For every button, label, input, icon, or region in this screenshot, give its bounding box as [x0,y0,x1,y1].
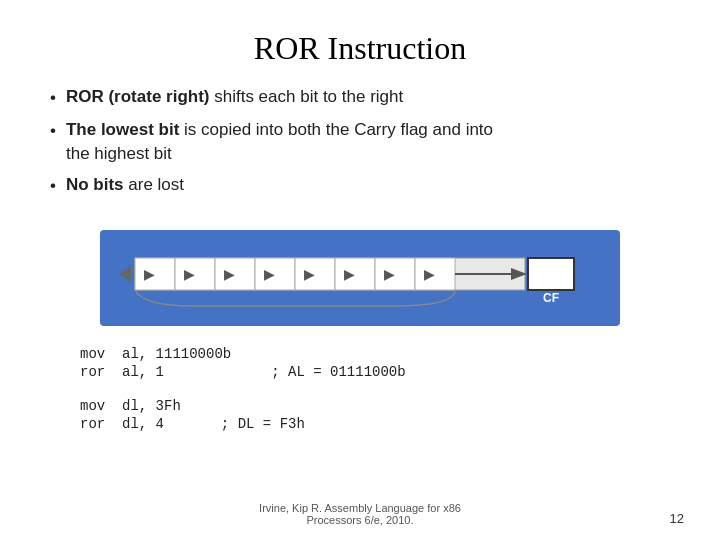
code-comment-1b: ; AL = 01111000b [271,364,405,380]
code-comment-1: ; AL = 01111000b [271,346,405,380]
svg-text:▶: ▶ [424,266,435,282]
bullet-text-1: ROR (rotate right) shifts each bit to th… [66,85,670,109]
svg-text:▶: ▶ [144,266,155,282]
page-number: 12 [670,511,684,526]
ror-diagram-svg: ▶ ▶ ▶ ▶ ▶ ▶ ▶ ▶ CF [113,244,603,314]
svg-text:▶: ▶ [384,266,395,282]
footer-citation: Irvine, Kip R. Assembly Language for x86… [259,502,461,526]
svg-rect-7 [335,258,375,290]
code-section: mov al, 11110000b ror al, 1 ; AL = 01111… [80,346,670,380]
code-block-2: mov dl, 3Fh ror dl, 4 [80,398,181,432]
bullet-list: • ROR (rotate right) shifts each bit to … [50,85,670,206]
bullet-item-1: • ROR (rotate right) shifts each bit to … [50,85,670,110]
page-title: ROR Instruction [50,30,670,67]
svg-rect-6 [295,258,335,290]
footer: Irvine, Kip R. Assembly Language for x86… [0,502,720,526]
code-section-2: mov dl, 3Fh ror dl, 4 ; DL = F3h [80,398,670,432]
ror-diagram: ▶ ▶ ▶ ▶ ▶ ▶ ▶ ▶ CF [100,230,620,326]
code-line-2b: ror dl, 4 [80,416,181,432]
bullet-item-3: • No bits are lost [50,173,670,198]
code-comment-1a [271,346,405,362]
bullet-item-2: • The lowest bit is copied into both the… [50,118,670,166]
svg-text:▶: ▶ [224,266,235,282]
svg-rect-4 [215,258,255,290]
code-line-1a: mov al, 11110000b [80,346,231,362]
svg-text:▶: ▶ [304,266,315,282]
bullet-text-2: The lowest bit is copied into both the C… [66,118,670,166]
bullet-dot-2: • [50,119,56,143]
bullet-dot-3: • [50,174,56,198]
code-comment-2: ; DL = F3h [221,398,305,432]
bullet-dot-1: • [50,86,56,110]
svg-text:▶: ▶ [344,266,355,282]
svg-rect-3 [175,258,215,290]
code-comment-2a [221,398,305,414]
code-line-2a: mov dl, 3Fh [80,398,181,414]
svg-rect-9 [415,258,455,290]
svg-rect-5 [255,258,295,290]
svg-text:▶: ▶ [184,266,195,282]
code-block-1: mov al, 11110000b ror al, 1 [80,346,231,380]
bullet-text-3: No bits are lost [66,173,670,197]
svg-rect-8 [375,258,415,290]
svg-text:▶: ▶ [264,266,275,282]
code-line-1b: ror al, 1 [80,364,231,380]
svg-rect-2 [135,258,175,290]
svg-rect-20 [528,258,574,290]
code-comment-2b: ; DL = F3h [221,416,305,432]
svg-text:CF: CF [543,291,559,305]
